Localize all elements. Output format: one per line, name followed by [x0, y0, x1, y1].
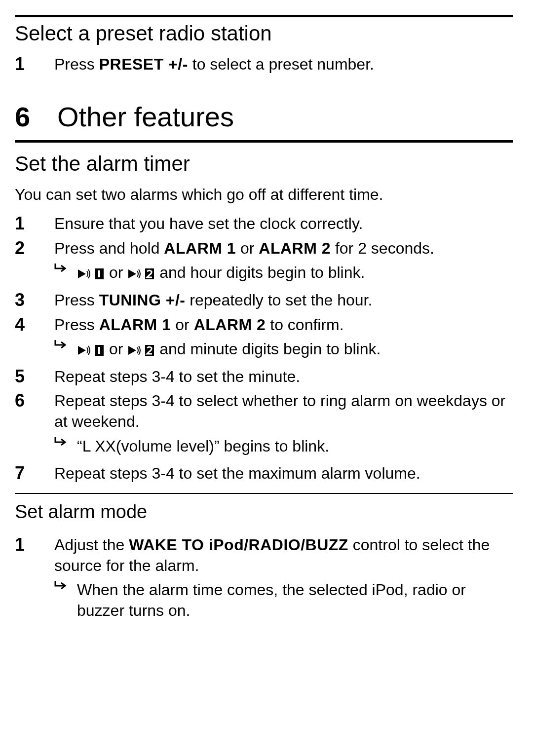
- result-text: “L XX(volume level)” begins to blink.: [77, 436, 513, 457]
- text: repeatedly to set the hour.: [185, 291, 372, 309]
- section-title-mode: Set alarm mode: [15, 500, 513, 524]
- steps-mode: 1 Adjust the WAKE TO iPod/RADIO/BUZZ con…: [15, 535, 513, 624]
- result-row: When the alarm time comes, the selected …: [54, 580, 513, 621]
- text: or: [171, 316, 193, 334]
- svg-rect-4: [98, 347, 100, 354]
- step-number: 4: [15, 315, 54, 363]
- chapter-number: 6: [15, 99, 57, 135]
- step-number: 1: [15, 535, 54, 624]
- section-title-alarm: Set the alarm timer: [15, 151, 513, 178]
- text: Press and hold: [54, 239, 164, 257]
- text: to confirm.: [266, 316, 343, 334]
- step-number: 1: [15, 54, 54, 75]
- text: or: [109, 264, 127, 281]
- step-number: 6: [15, 391, 54, 459]
- text: to select a preset number.: [188, 55, 374, 73]
- step-item: 1 Ensure that you have set the clock cor…: [15, 214, 513, 234]
- text: or: [109, 340, 127, 358]
- step-body: Press ALARM 1 or ALARM 2 to confirm. or: [54, 315, 513, 363]
- intro-text: You can set two alarms which go off at d…: [15, 185, 513, 205]
- step-item: 4 Press ALARM 1 or ALARM 2 to confirm. o…: [15, 315, 513, 363]
- result-text: When the alarm time comes, the selected …: [77, 580, 513, 621]
- svg-rect-1: [98, 270, 100, 277]
- step-number: 7: [15, 463, 54, 484]
- result-arrow-icon: [54, 263, 77, 272]
- alarm-1-icon: [77, 344, 105, 357]
- step-number: 3: [15, 290, 54, 311]
- result-arrow-icon: [54, 339, 77, 349]
- text: Repeat steps 3-4 to select whether to ri…: [54, 392, 505, 430]
- alarm-2-icon: [127, 267, 155, 280]
- text: Press: [54, 291, 99, 309]
- control-label: ALARM 1: [164, 239, 236, 257]
- control-label: ALARM 1: [99, 316, 171, 334]
- text: or: [236, 239, 259, 257]
- chapter-title: Other features: [57, 99, 234, 135]
- step-item: 1 Adjust the WAKE TO iPod/RADIO/BUZZ con…: [15, 535, 513, 624]
- step-item: 7 Repeat steps 3-4 to set the maximum al…: [15, 463, 513, 484]
- steps-alarm: 1 Ensure that you have set the clock cor…: [15, 214, 513, 484]
- step-item: 6 Repeat steps 3-4 to select whether to …: [15, 391, 513, 459]
- step-body: Repeat steps 3-4 to set the minute.: [54, 367, 513, 387]
- result-row: or and hour digits begin to blink.: [54, 263, 513, 283]
- result-row: or and minute digits begin to blink.: [54, 339, 513, 360]
- step-number: 2: [15, 238, 54, 286]
- chapter-heading: 6 Other features: [15, 99, 513, 143]
- text: Adjust the: [54, 536, 129, 554]
- step-body: Adjust the WAKE TO iPod/RADIO/BUZZ contr…: [54, 535, 513, 624]
- step-body: Press PRESET +/- to select a preset numb…: [54, 54, 513, 75]
- text: and hour digits begin to blink.: [159, 264, 365, 281]
- control-label: PRESET +/-: [99, 55, 188, 73]
- result-text: or and hour digits begin to blink.: [77, 263, 513, 283]
- control-label: ALARM 2: [194, 316, 266, 334]
- step-number: 1: [15, 214, 54, 234]
- result-row: “L XX(volume level)” begins to blink.: [54, 436, 513, 457]
- step-body: Repeat steps 3-4 to select whether to ri…: [54, 391, 513, 459]
- horizontal-rule-thick: [15, 15, 513, 17]
- text: for 2 seconds.: [331, 239, 434, 257]
- step-item: 1 Press PRESET +/- to select a preset nu…: [15, 54, 513, 75]
- control-label: WAKE TO iPod/RADIO/BUZZ: [129, 536, 348, 554]
- section-title-preset: Select a preset radio station: [15, 20, 513, 47]
- result-arrow-icon: [54, 436, 77, 446]
- alarm-1-icon: [77, 267, 105, 280]
- step-item: 5 Repeat steps 3-4 to set the minute.: [15, 367, 513, 387]
- text: and minute digits begin to blink.: [159, 340, 381, 358]
- step-body: Press and hold ALARM 1 or ALARM 2 for 2 …: [54, 238, 513, 286]
- text: Press: [54, 316, 99, 334]
- result-text: or and minute digits begin to blink.: [77, 339, 513, 360]
- step-number: 5: [15, 367, 54, 387]
- control-label: TUNING +/-: [99, 291, 186, 309]
- text: Press: [54, 55, 99, 73]
- control-label: ALARM 2: [259, 239, 331, 257]
- step-body: Repeat steps 3-4 to set the maximum alar…: [54, 463, 513, 484]
- alarm-2-icon: [127, 344, 155, 357]
- step-item: 3 Press TUNING +/- repeatedly to set the…: [15, 290, 513, 311]
- result-arrow-icon: [54, 580, 77, 590]
- step-item: 2 Press and hold ALARM 1 or ALARM 2 for …: [15, 238, 513, 286]
- steps-preset: 1 Press PRESET +/- to select a preset nu…: [15, 54, 513, 75]
- horizontal-rule-thin: [15, 493, 513, 494]
- step-body: Press TUNING +/- repeatedly to set the h…: [54, 290, 513, 311]
- step-body: Ensure that you have set the clock corre…: [54, 214, 513, 234]
